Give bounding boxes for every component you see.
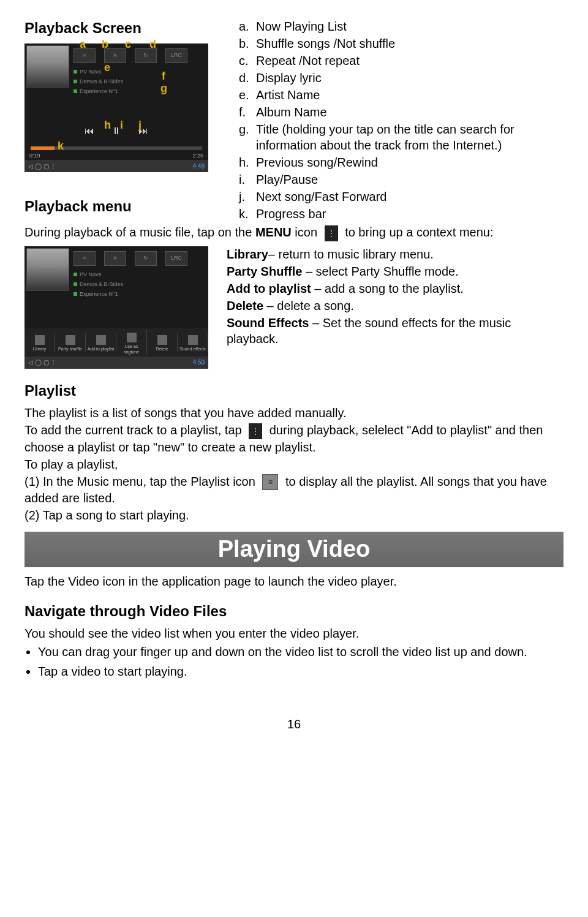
album-name-text: Demos & B-Sides	[80, 279, 123, 289]
album-art-thumbnail	[26, 45, 69, 88]
annotation-b: b	[102, 37, 108, 51]
legend-text: Repeat /Not repeat	[256, 53, 360, 69]
menu-delete: Delete	[147, 333, 178, 352]
menu-icon: ⋮	[325, 225, 338, 241]
lrc-icon: LRC	[165, 251, 187, 266]
page-number: 16	[24, 716, 564, 732]
next-icon: ⏭	[135, 123, 151, 139]
video-bullet-1: You can drag your finger up and down on …	[38, 644, 564, 660]
now-playing-list-icon: ≡	[74, 251, 96, 266]
video-p2: You should see the video list when you e…	[24, 625, 564, 641]
annotation-e: e	[104, 61, 110, 75]
annotation-k: k	[58, 139, 64, 153]
playlist-p1: The playlist is a list of songs that you…	[24, 405, 564, 421]
section-banner-playing-video: Playing Video	[24, 532, 564, 567]
section-heading-playback-screen: Playback Screen	[24, 18, 221, 37]
playback-screenshot: a b c d e f g h i j k ≡ ⤨ ↻ LRC PV Nova …	[24, 43, 208, 172]
status-clock: 4:48	[193, 162, 205, 170]
legend-text: Progress bar	[256, 206, 326, 222]
elapsed-time: 0:19	[29, 153, 40, 160]
annotation-d: d	[149, 37, 156, 51]
legend-list: a.Now Playing List b.Shuffle songs /Not …	[239, 18, 564, 222]
menu-use-as-ringtone: Use as ringtone	[116, 330, 147, 355]
video-intro: Tap the Video icon in the application pa…	[24, 573, 564, 589]
annotation-a: a	[80, 37, 86, 51]
repeat-icon: ↻	[135, 251, 157, 266]
playlist-step2: (2) Tap a song to start playing.	[24, 507, 564, 523]
playlist-step1: (1) In the Music menu, tap the Playlist …	[24, 474, 564, 507]
section-heading-playback-menu: Playback menu	[24, 197, 221, 216]
legend-text: Title (holding your tap on the title can…	[256, 121, 564, 153]
annotation-i: i	[120, 118, 123, 132]
playback-menu-screenshot: ≡ ⤨ ↻ LRC PV Nova Demos & B-Sides Expéri…	[24, 246, 208, 369]
progress-bar	[31, 146, 202, 150]
lrc-icon: LRC	[165, 48, 187, 63]
nav-back-icon: ◁ ◯ ▢ ⋮	[28, 358, 56, 366]
menu-description-list: Library– return to music library menu. P…	[227, 246, 564, 348]
legend-text: Shuffle songs /Not shuffle	[256, 36, 395, 51]
menu-add-to-playlist: Add to playlist	[86, 333, 116, 352]
legend-text: Play/Pause	[256, 172, 318, 187]
album-art-thumbnail	[26, 248, 69, 291]
track-title-text: Expérience N°1	[80, 86, 118, 96]
annotation-j: j	[138, 118, 141, 132]
prev-icon: ⏮	[81, 123, 97, 139]
video-bullet-2: Tap a video to start playing.	[38, 663, 564, 679]
legend-text: Album Name	[256, 104, 327, 120]
playback-menu-intro: During playback of a music file, tap on …	[24, 224, 564, 241]
video-bullet-list: You can drag your finger up and down on …	[24, 644, 564, 679]
legend-text: Next song/Fast Forward	[256, 189, 386, 205]
legend-text: Previous song/Rewind	[256, 154, 378, 170]
annotation-c: c	[125, 37, 131, 51]
legend-text: Artist Name	[256, 87, 320, 103]
artist-name-text: PV Nova	[80, 270, 102, 279]
menu-icon: ⋮	[249, 423, 262, 439]
menu-party-shuffle: Party shuffle	[55, 333, 86, 352]
remaining-time: 2:25	[192, 153, 203, 160]
status-clock: 4:50	[193, 358, 205, 366]
playlist-p3: To play a playlist,	[24, 456, 564, 472]
legend-text: Now Playing List	[256, 18, 347, 34]
track-title-text: Expérience N°1	[80, 289, 118, 299]
menu-sound-effects: Sound effects	[178, 333, 208, 352]
annotation-h: h	[104, 118, 111, 132]
playlist-p2: To add the current track to a playlist, …	[24, 422, 564, 455]
section-heading-playlist: Playlist	[24, 381, 564, 400]
album-name-text: Demos & B-Sides	[80, 77, 123, 86]
section-heading-navigate-video: Navigate through Video Files	[24, 602, 564, 621]
menu-library: Library	[24, 333, 55, 352]
nav-back-icon: ◁ ◯ ▢ ⋮	[28, 162, 56, 170]
legend-text: Display lyric	[256, 70, 322, 86]
artist-name-text: PV Nova	[80, 67, 102, 77]
playlist-icon: ≡	[262, 474, 278, 490]
annotation-g: g	[160, 81, 167, 96]
shuffle-icon: ⤨	[104, 251, 126, 266]
